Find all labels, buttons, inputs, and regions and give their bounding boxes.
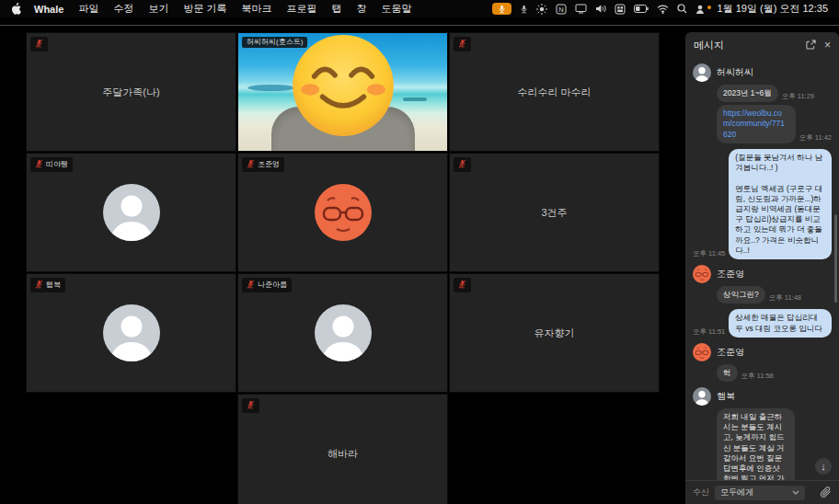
participant-avatar-cartoon <box>315 184 372 241</box>
notion-icon[interactable]: N <box>556 4 567 15</box>
menubar-menus: 파일수정보기방문 기록북마크프로필탭창도움말 <box>78 2 411 16</box>
menu-도움말[interactable]: 도움말 <box>381 2 411 16</box>
chat-bubble: (질문을 못남겨서 하나 남겨봅니다..! ) 멘토님 엑세권 (구로구 대림,… <box>729 149 832 259</box>
participant-name-label: 조준영 <box>258 161 280 168</box>
tile-name-badge <box>454 278 471 292</box>
muted-mic-icon <box>35 280 43 291</box>
menu-탭[interactable]: 탭 <box>331 2 341 16</box>
recipient-value: 모두에게 <box>720 487 753 498</box>
message-time: 오후 11:48 <box>769 293 801 304</box>
display-icon[interactable] <box>575 4 587 14</box>
menu-수정[interactable]: 수정 <box>113 2 133 16</box>
attachment-icon[interactable] <box>820 487 832 498</box>
video-tile-햄복[interactable]: 햄복 <box>26 273 236 393</box>
muted-mic-icon <box>458 159 466 170</box>
video-grid: 주달가족(나) 허씨허씨(호스트)수리수리 마수리띠야쨍조준영3건주햄복나준아름… <box>26 32 660 504</box>
chat-bubble: 헉 <box>717 364 738 382</box>
wifi-icon[interactable] <box>657 5 669 14</box>
chat-bubble: 상익그린? <box>717 286 765 304</box>
chat-message-outgoing: 상세한 매물은 답십리대우 vs 대림 코오롱 입니다오후 11:51 <box>693 309 832 337</box>
menu-방문-기록[interactable]: 방문 기록 <box>183 2 226 16</box>
chat-message-incoming: 허씨허씨2023년 1~6월오후 11:29https://weolbu.com… <box>693 63 832 143</box>
muted-mic-icon <box>247 159 255 170</box>
message-time: 오후 11:45 <box>693 249 725 259</box>
battery-icon[interactable] <box>634 5 649 13</box>
menu-창[interactable]: 창 <box>356 2 366 16</box>
message-author-name: 허씨허씨 <box>717 66 753 79</box>
video-tile-나준아름[interactable]: 나준아름 <box>237 273 448 393</box>
scroll-to-bottom-button[interactable]: ↓ <box>815 458 832 475</box>
video-tile-조준영[interactable]: 조준영 <box>237 153 448 272</box>
video-tile-수리수리 마수리[interactable]: 수리수리 마수리 <box>449 32 660 152</box>
sun-icon[interactable] <box>536 4 547 15</box>
chat-message-outgoing: (질문을 못남겨서 하나 남겨봅니다..! ) 멘토님 엑세권 (구로구 대림,… <box>693 149 832 259</box>
muted-mic-icon <box>35 159 43 170</box>
apple-menu[interactable] <box>11 3 21 15</box>
screen: Whale 파일수정보기방문 기록북마크프로필탭창도움말 N 1월 19일 (월… <box>0 0 839 504</box>
video-tile-띠야쨍[interactable]: 띠야쨍 <box>26 153 236 272</box>
menubar-clock[interactable]: 1월 19일 (월) 오전 12:35 <box>718 2 828 16</box>
menu-파일[interactable]: 파일 <box>78 2 98 16</box>
open-in-new-icon[interactable] <box>806 40 816 52</box>
tile-name-badge <box>454 37 471 52</box>
chat-message-incoming: 햄복저희 내일 출근하시는 분들도 계시고, 늦게까지 힘드신 분들도 계실 거… <box>693 387 832 480</box>
tile-name-badge <box>454 157 471 172</box>
close-icon[interactable]: × <box>824 40 831 51</box>
svg-text:N: N <box>558 5 563 13</box>
recipient-dropdown[interactable]: 모두에게 <box>715 486 805 500</box>
smiling-emoji-face <box>292 34 395 141</box>
grid-icon[interactable] <box>615 4 626 15</box>
participant-name-label: 띠야쨍 <box>46 161 68 168</box>
participant-name-center: 수리수리 마수리 <box>450 86 659 99</box>
avatar-person-icon <box>693 387 711 406</box>
menu-보기[interactable]: 보기 <box>148 2 168 16</box>
apple-logo <box>11 3 21 15</box>
muted-mic-icon <box>247 400 255 411</box>
user-switch-icon[interactable] <box>695 5 707 14</box>
tile-name-badge: 띠야쨍 <box>30 157 73 172</box>
menu-북마크[interactable]: 북마크 <box>241 2 271 16</box>
chat-message-list[interactable]: 허씨허씨2023년 1~6월오후 11:29https://weolbu.com… <box>685 58 839 480</box>
chat-scrollbar[interactable] <box>834 214 837 303</box>
app-menu-whale[interactable]: Whale <box>34 4 63 15</box>
participant-name-label: 햄복 <box>46 281 61 289</box>
chevron-down-icon <box>792 490 799 495</box>
participant-name-center: 3건주 <box>450 206 659 220</box>
chat-bubble: 저희 내일 출근하시는 분들도 계시고, 늦게까지 힘드신 분들도 계실 거 같… <box>717 408 795 480</box>
participant-name-label: 나준아름 <box>258 281 287 289</box>
chat-panel: 메시지 × 허씨허씨2023년 1~6월오후 11:29https://weol… <box>685 32 839 504</box>
meeting-stage: 주달가족(나) 허씨허씨(호스트)수리수리 마수리띠야쨍조준영3건주햄복나준아름… <box>26 32 660 504</box>
participant-avatar-silhouette <box>315 304 372 361</box>
tile-name-badge: 햄복 <box>30 278 65 292</box>
participant-name-label: 허씨허씨(호스트) <box>247 39 303 46</box>
video-tile-3건주[interactable]: 3건주 <box>449 153 660 272</box>
active-mic-indicator[interactable] <box>492 3 511 15</box>
notification-dot <box>707 6 711 9</box>
muted-mic-icon <box>247 280 255 291</box>
speaker-icon[interactable] <box>595 4 606 14</box>
search-icon[interactable] <box>677 4 687 14</box>
video-tile-허씨허씨(호스트)[interactable]: 허씨허씨(호스트) <box>237 32 448 152</box>
chat-bubble: 2023년 1~6월 <box>717 85 778 102</box>
chat-message-incoming: 조준영상익그린?오후 11:48 <box>693 265 832 304</box>
mic-icon[interactable] <box>520 5 528 14</box>
avatar-cartoon-icon <box>693 265 711 283</box>
message-author-name: 조준영 <box>717 268 744 281</box>
menu-프로필[interactable]: 프로필 <box>286 2 316 16</box>
participant-name-center: 해바라 <box>238 447 447 461</box>
participant-name-center: 유자향기 <box>450 326 659 340</box>
chat-header: 메시지 × <box>685 32 839 58</box>
participant-avatar-silhouette <box>103 304 160 361</box>
tile-name-badge: 조준영 <box>242 157 284 172</box>
video-tile-유자향기[interactable]: 유자향기 <box>449 273 660 393</box>
video-tile-주달가족(나)[interactable]: 주달가족(나) <box>26 32 236 152</box>
message-time: 오후 11:29 <box>782 92 814 102</box>
participant-name-center: 주달가족(나) <box>27 86 236 99</box>
menubar-status-area: N 1월 19일 (월) 오전 12:35 <box>492 2 828 16</box>
tile-name-badge: 나준아름 <box>242 278 292 292</box>
message-author-name: 조준영 <box>717 346 744 359</box>
avatar-cartoon-icon <box>693 343 711 361</box>
window-top-border <box>0 25 839 26</box>
video-tile-해바라[interactable]: 해바라 <box>237 394 448 504</box>
chat-link-bubble[interactable]: https://weolbu.com/community/771620 <box>717 105 796 143</box>
